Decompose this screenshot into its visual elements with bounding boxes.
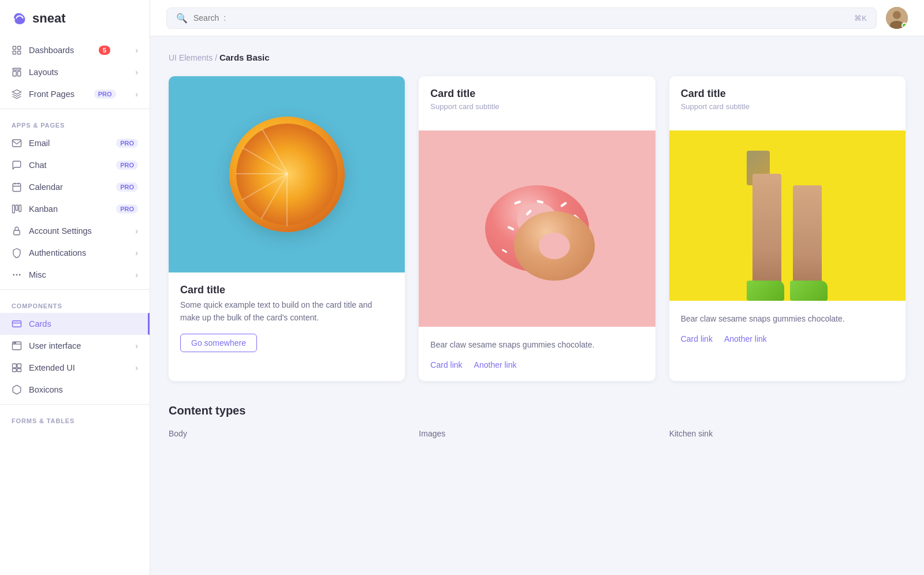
sidebar-item-label: Cards (29, 319, 51, 328)
mail-icon (12, 138, 22, 148)
svg-rect-27 (514, 200, 521, 205)
chevron-right-icon: › (135, 68, 138, 77)
sidebar-item-label: Dashboards (29, 46, 74, 55)
svg-rect-33 (526, 210, 532, 216)
card-2: Card title Support card subtitle (419, 76, 655, 381)
card-3: Card title Support card subtitle Bear cl… (669, 76, 906, 381)
sidebar-item-label: Front Pages (29, 89, 74, 99)
forms-section-title: FORMS & TABLES (0, 408, 150, 428)
chevron-right-icon: › (135, 89, 138, 99)
apps-section-title: APPS & PAGES (0, 113, 150, 132)
shield-icon (12, 248, 22, 258)
topbar: 🔍 ⌘K (150, 0, 924, 36)
pages-icon (12, 89, 22, 99)
svg-point-14 (20, 274, 21, 275)
breadcrumb: UI Elements / Cards Basic (169, 53, 906, 62)
svg-rect-34 (501, 249, 507, 253)
content-types-grid: Body Images Kitchen sink (169, 429, 906, 438)
card-header-body: Card title Support card subtitle (669, 76, 906, 130)
card-link-2[interactable]: Another link (724, 334, 767, 343)
svg-rect-1 (18, 46, 21, 49)
sidebar-item-label: Account Settings (29, 226, 92, 236)
pro-badge: PRO (116, 139, 138, 148)
main-content: 🔍 ⌘K UI Elements / Cards Basic (150, 0, 924, 575)
donut-image (474, 177, 601, 281)
svg-rect-3 (18, 51, 21, 54)
sidebar-item-account-settings[interactable]: Account Settings › (0, 220, 150, 242)
chevron-right-icon: › (135, 248, 138, 257)
card-image-yellow-bg (669, 130, 906, 301)
sidebar-item-front-pages[interactable]: Front Pages PRO › (0, 83, 150, 105)
sidebar-item-user-interface[interactable]: User interface › (0, 335, 150, 357)
logo-text: sneat (32, 11, 65, 26)
sidebar-item-cards[interactable]: Cards (0, 313, 150, 335)
sidebar-item-authentications[interactable]: Authentications › (0, 242, 150, 264)
breadcrumb-parent: UI Elements (169, 53, 213, 62)
sidebar-item-calendar[interactable]: Calendar PRO (0, 176, 150, 198)
pro-badge: PRO (116, 204, 138, 214)
page-body: UI Elements / Cards Basic (150, 36, 924, 454)
logo[interactable]: sneat (0, 0, 150, 37)
sidebar-item-boxicons[interactable]: Boxicons (0, 379, 150, 401)
sidebar-item-label: Email (29, 139, 50, 148)
sidebar-item-misc[interactable]: Misc › (0, 264, 150, 286)
card-link-2[interactable]: Another link (474, 360, 517, 369)
search-bar[interactable]: 🔍 ⌘K (166, 8, 877, 29)
card-link-1[interactable]: Card link (681, 334, 713, 343)
card-image-donut-bg (419, 130, 655, 327)
sidebar-item-label: Misc (29, 270, 46, 279)
card-subtitle: Support card subtitle (681, 102, 894, 111)
lock-icon (12, 226, 22, 236)
content-type-kitchen-sink: Kitchen sink (669, 429, 906, 438)
svg-rect-29 (560, 201, 567, 207)
search-shortcut: ⌘K (854, 14, 867, 23)
sidebar-item-kanban[interactable]: Kanban PRO (0, 198, 150, 220)
card-1: Card title Some quick example text to bu… (169, 76, 405, 381)
svg-rect-28 (536, 200, 544, 204)
sidebar-item-label: Extended UI (29, 363, 75, 372)
card-text: Some quick example text to build on the … (180, 298, 393, 324)
svg-rect-30 (507, 226, 515, 231)
nav-divider (0, 404, 150, 405)
svg-rect-23 (17, 369, 21, 372)
calendar-icon (12, 182, 22, 192)
misc-icon (12, 270, 22, 280)
sidebar-item-email[interactable]: Email PRO (0, 132, 150, 154)
orange-segment (236, 173, 288, 174)
legs-image (741, 139, 833, 301)
search-input[interactable] (193, 13, 848, 23)
card-link-1[interactable]: Card link (430, 360, 462, 369)
svg-point-13 (16, 274, 17, 275)
go-somewhere-button[interactable]: Go somewhere (180, 334, 257, 352)
sidebar-item-label: Calendar (29, 182, 63, 192)
content-type-images: Images (419, 429, 655, 438)
svg-rect-2 (13, 51, 16, 54)
card-links: Card link Another link (430, 360, 643, 369)
svg-rect-5 (13, 72, 16, 76)
breadcrumb-separator: / (215, 53, 219, 62)
card-body: Bear claw sesame snaps gummies chocolate… (669, 301, 906, 355)
sidebar-item-label: Layouts (29, 68, 58, 77)
sidebar-item-chat[interactable]: Chat PRO (0, 154, 150, 176)
svg-point-25 (893, 11, 901, 19)
logo-icon (12, 10, 28, 27)
nav-divider (0, 109, 150, 109)
sidebar-item-extended-ui[interactable]: Extended UI › (0, 357, 150, 379)
box-icon (12, 384, 22, 395)
sidebar-navigation: Dashboards 5 › Layouts › Front Pages PRO… (0, 37, 150, 575)
card-body: Bear claw sesame snaps gummies chocolate… (419, 327, 655, 381)
card-title: Card title (430, 88, 643, 100)
sidebar-item-dashboards[interactable]: Dashboards 5 › (0, 39, 150, 61)
sidebar-item-label: Boxicons (29, 385, 63, 394)
pro-badge: PRO (94, 89, 116, 99)
ui-icon (12, 341, 22, 351)
kanban-icon (12, 204, 22, 214)
pro-badge: PRO (116, 160, 138, 170)
home-icon (12, 45, 22, 55)
svg-rect-7 (13, 140, 21, 147)
svg-rect-6 (18, 72, 21, 76)
card-title: Card title (681, 88, 894, 100)
sidebar-item-layouts[interactable]: Layouts › (0, 61, 150, 83)
avatar[interactable] (886, 7, 908, 29)
svg-rect-21 (17, 364, 21, 368)
